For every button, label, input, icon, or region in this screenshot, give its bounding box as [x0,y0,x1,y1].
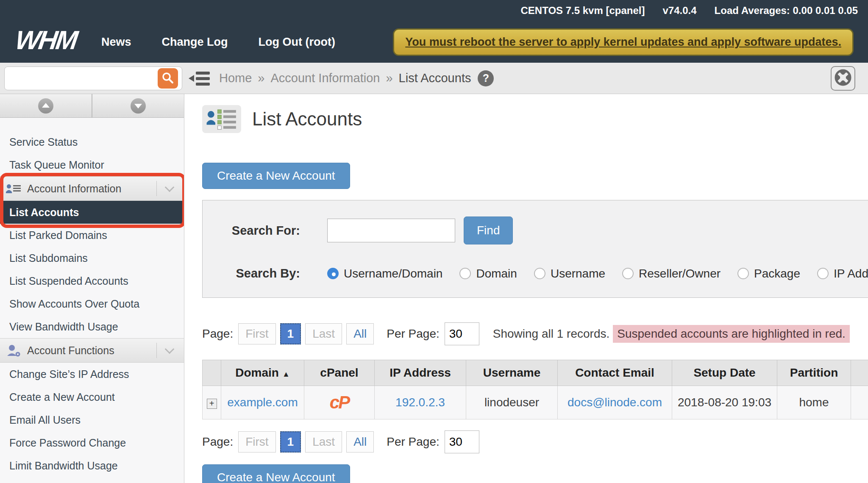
search-by-row: Search By: Username/Domain Domain Use [203,266,868,280]
domain-cell: example.com [221,386,304,419]
page-all-button[interactable]: All [346,323,374,344]
column-header-partition[interactable]: Partition [777,360,851,386]
chevron-down-icon [165,344,175,354]
sidebar-section-account-functions[interactable]: Account Functions [0,338,184,363]
sidebar-item-email-all-users[interactable]: Email All Users [0,408,184,431]
breadcrumb-account-information[interactable]: Account Information [271,71,380,85]
radio-icon [534,268,545,279]
reboot-warning-banner[interactable]: You must reboot the server to apply kern… [393,28,854,56]
divider [156,181,157,196]
support-button[interactable] [831,66,855,91]
sidebar-item-list-subdomains[interactable]: List Subdomains [0,247,184,269]
whm-logo[interactable]: WHM [13,25,78,59]
arrow-down-icon [131,98,146,114]
column-header-username[interactable]: Username [466,360,558,386]
radio-username-domain[interactable]: Username/Domain [327,267,442,280]
create-new-account-button-bottom[interactable]: Create a New Account [202,464,350,483]
contact-card-icon [4,183,23,194]
page-first-button: First [238,323,275,344]
radio-domain[interactable]: Domain [459,267,517,280]
sidebar-scroll-buttons [0,94,184,118]
sidebar-section-label: Account Information [27,183,156,195]
contact-email-cell: docs@linode.com [558,386,672,419]
column-header-cpanel[interactable]: cPanel [304,360,375,386]
page-first-button: First [238,431,275,452]
sidebar-item-list-parked-domains[interactable]: List Parked Domains [0,224,184,247]
load-averages-label: Load Averages: 0.00 0.01 0.05 [715,5,858,17]
main-content: List Accounts Create a New Account Searc… [184,94,868,483]
nav-link-logout[interactable]: Log Out (root) [259,36,335,49]
version-label: v74.0.4 [663,5,697,17]
radio-ip-address[interactable]: IP Address [817,267,868,280]
lifesaver-icon [834,69,852,88]
column-header-ip-address[interactable]: IP Address [375,360,466,386]
sidebar-section-label: Account Functions [27,344,156,357]
sidebar-scroll-up-button[interactable] [0,94,92,117]
sidebar-item-limit-bandwidth-usage[interactable]: Limit Bandwidth Usage [0,454,184,477]
sidebar-item-list-suspended-accounts[interactable]: List Suspended Accounts [0,269,184,292]
sidebar-item-change-sites-ip-address[interactable]: Change Site’s IP Address [0,363,184,386]
sidebar-scroll-down-button[interactable] [92,94,184,117]
arrow-up-icon [38,98,53,114]
radio-package[interactable]: Package [737,267,800,280]
main-navbar: WHM News Change Log Log Out (root) You m… [0,21,868,63]
sidebar-item-show-accounts-over-quota[interactable]: Show Accounts Over Quota [0,292,184,315]
breadcrumb: Home » Account Information » List Accoun… [219,70,494,86]
domain-link[interactable]: example.com [227,396,298,409]
breadcrumb-list-accounts[interactable]: List Accounts [399,71,471,85]
sidebar-item-task-queue-monitor[interactable]: Task Queue Monitor [0,153,184,176]
contact-email-link[interactable]: docs@linode.com [568,396,662,409]
top-header: CENTOS 7.5 kvm [cpanel] v74.0.4 Load Ave… [0,0,868,63]
list-accounts-icon [202,105,241,133]
suspended-note: Suspended accounts are highlighted in re… [613,325,850,343]
pagination-bottom: Page: First 1 Last All Per Page: [202,430,868,453]
search-panel: Search For: Find Search By: Username/Dom… [202,200,868,298]
nav-links: News Change Log Log Out (root) [101,36,366,49]
page-current-button[interactable]: 1 [280,431,301,452]
sidebar-item-force-password-change[interactable]: Force Password Change [0,431,184,454]
radio-reseller-owner[interactable]: Reseller/Owner [622,267,721,280]
search-for-input[interactable] [327,219,455,242]
expand-row-button[interactable]: + [207,399,217,409]
breadcrumb-bar: Home » Account Information » List Accoun… [0,63,868,94]
collapse-sidebar-icon[interactable] [189,71,210,86]
sidebar-search-button[interactable] [158,68,178,89]
accounts-table: Domain▲ cPanel IP Address Username Conta… [202,360,868,419]
radio-username[interactable]: Username [534,267,605,280]
page-title: List Accounts [252,108,362,130]
sidebar-item-service-status[interactable]: Service Status [0,130,184,153]
records-summary: Showing all 1 records. [493,327,609,341]
column-header-setup-date[interactable]: Setup Date [672,360,777,386]
expand-column-header [203,360,221,386]
create-new-account-button-top[interactable]: Create a New Account [202,163,350,189]
sidebar-search-input[interactable] [4,67,182,90]
search-by-label: Search By: [203,266,300,280]
breadcrumb-home[interactable]: Home [219,71,252,85]
radio-icon [737,268,749,279]
whm-window: CENTOS 7.5 kvm [cpanel] v74.0.4 Load Ave… [0,0,868,483]
find-button[interactable]: Find [464,217,513,244]
help-icon[interactable]: ? [478,70,494,86]
user-gear-icon [4,344,23,357]
per-page-input[interactable] [445,430,479,453]
nav-link-news[interactable]: News [101,36,131,49]
per-page-input[interactable] [445,322,479,345]
nav-link-changelog[interactable]: Change Log [162,36,228,49]
sidebar-item-list-accounts[interactable]: List Accounts [0,201,184,224]
sidebar: Service Status Task Queue Monitor Accoun… [0,94,184,483]
column-header-contact-email[interactable]: Contact Email [558,360,672,386]
sidebar-menu: Service Status Task Queue Monitor Accoun… [0,118,184,477]
pagination-top: Page: First 1 Last All Per Page: Showing… [202,322,868,345]
cpanel-logo-icon[interactable]: cP [330,392,349,412]
breadcrumb-separator: » [258,71,264,85]
sidebar-section-account-information[interactable]: Account Information [0,176,184,201]
page-all-button[interactable]: All [346,431,374,452]
sidebar-item-create-a-new-account[interactable]: Create a New Account [0,386,184,408]
search-for-row: Search For: Find [203,217,868,244]
ip-address-link[interactable]: 192.0.2.3 [395,396,445,409]
page-current-button[interactable]: 1 [280,323,301,344]
sidebar-item-view-bandwidth-usage[interactable]: View Bandwidth Usage [0,315,184,338]
column-header-domain[interactable]: Domain▲ [221,360,304,386]
username-cell: linodeuser [466,386,558,419]
sort-asc-icon: ▲ [282,370,290,378]
